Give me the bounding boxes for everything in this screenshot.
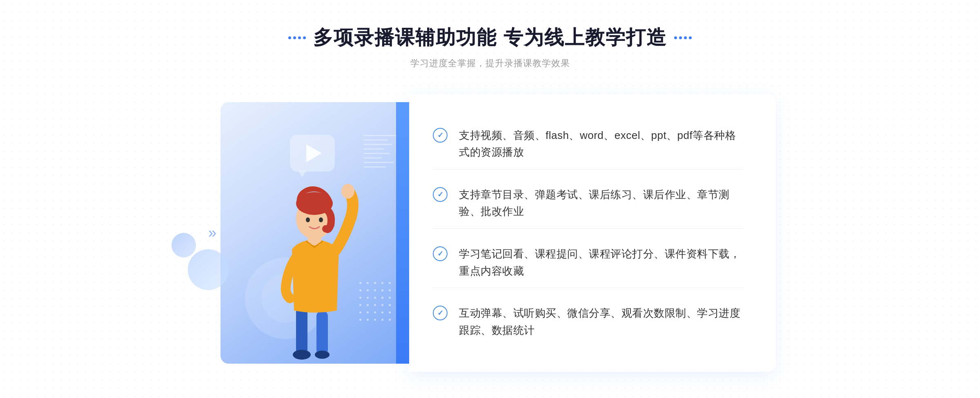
title-dots-left — [288, 36, 306, 39]
check-mark-2: ✓ — [437, 191, 443, 198]
title-row: 多项录播课辅助功能 专为线上教学打造 — [288, 25, 691, 51]
header-section: 多项录播课辅助功能 专为线上教学打造 学习进度全掌握，提升录播课教学效果 — [288, 25, 691, 69]
check-icon-4: ✓ — [433, 306, 448, 320]
left-deco-circle-2 — [172, 233, 196, 257]
check-icon-1: ✓ — [433, 128, 448, 143]
blue-bar — [396, 102, 409, 364]
svg-point-9 — [341, 184, 354, 199]
feature-text-1: 支持视频、音频、flash、word、excel、ppt、pdf等各种格式的资源… — [459, 127, 743, 161]
main-body: » — [204, 94, 776, 372]
svg-point-3 — [315, 351, 330, 359]
illustration-card — [220, 102, 408, 364]
title-dots-right — [674, 36, 692, 39]
feature-item-2: ✓ 支持章节目录、弹题考试、课后练习、课后作业、章节测验、批改作业 — [433, 178, 743, 229]
main-title: 多项录播课辅助功能 专为线上教学打造 — [313, 25, 666, 51]
check-mark-1: ✓ — [437, 132, 443, 139]
svg-point-8 — [319, 217, 323, 222]
feature-text-3: 学习笔记回看、课程提问、课程评论打分、课件资料下载，重点内容收藏 — [459, 246, 743, 279]
feature-text-4: 互动弹幕、试听购买、微信分享、观看次数限制、学习进度跟踪、数据统计 — [459, 305, 743, 339]
svg-rect-1 — [316, 311, 328, 356]
illustration-area: » — [204, 94, 416, 372]
feature-text-2: 支持章节目录、弹题考试、课后练习、课后作业、章节测验、批改作业 — [459, 186, 743, 220]
svg-rect-0 — [296, 306, 307, 356]
svg-point-7 — [306, 217, 310, 222]
left-deco-circle-1 — [188, 249, 229, 290]
svg-point-2 — [293, 350, 311, 360]
person-figure — [257, 159, 372, 364]
feature-item-3: ✓ 学习笔记回看、课程提问、课程评论打分、课件资料下载，重点内容收藏 — [433, 237, 743, 288]
check-icon-2: ✓ — [433, 187, 448, 202]
left-chevrons: » — [208, 224, 216, 241]
page-container: 多项录播课辅助功能 专为线上教学打造 学习进度全掌握，提升录播课教学效果 » — [0, 0, 980, 398]
check-icon-3: ✓ — [433, 246, 448, 261]
feature-item-4: ✓ 互动弹幕、试听购买、微信分享、观看次数限制、学习进度跟踪、数据统计 — [433, 297, 743, 347]
content-wrapper: 多项录播课辅助功能 专为线上教学打造 学习进度全掌握，提升录播课教学效果 » — [204, 0, 776, 372]
feature-item-1: ✓ 支持视频、音频、flash、word、excel、ppt、pdf等各种格式的… — [433, 119, 743, 170]
subtitle: 学习进度全掌握，提升录播课教学效果 — [410, 57, 570, 69]
chevron-right-icon: » — [208, 224, 216, 241]
check-mark-4: ✓ — [437, 309, 443, 317]
check-mark-3: ✓ — [437, 250, 443, 257]
content-panel: ✓ 支持视频、音频、flash、word、excel、ppt、pdf等各种格式的… — [408, 94, 776, 372]
